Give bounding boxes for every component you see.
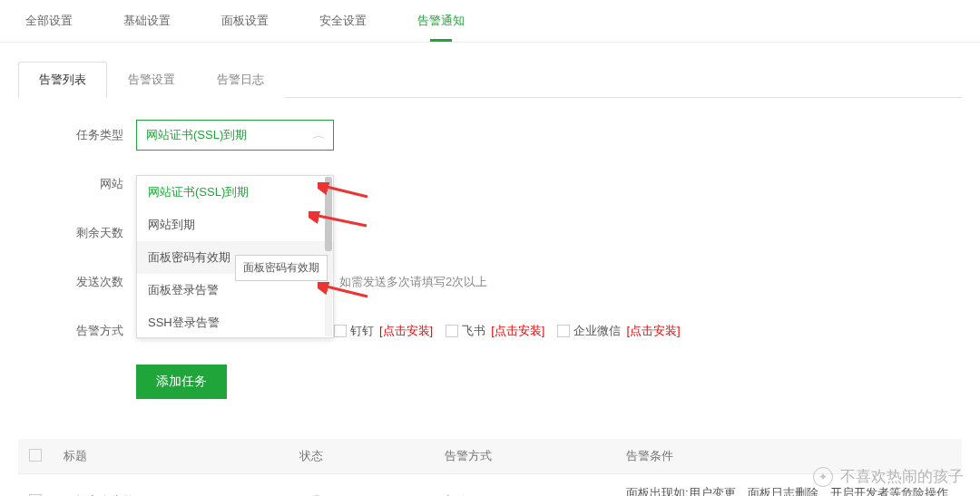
watermark-text: 不喜欢热闹的孩子: [840, 466, 964, 487]
label-site: 网站: [73, 176, 136, 192]
nav-alert-notify[interactable]: 告警通知: [392, 0, 490, 42]
label-days-left: 剩余天数: [73, 225, 136, 241]
label-wecom: 企业微信: [573, 323, 621, 339]
watermark: ✦ 不喜欢热闹的孩子: [813, 466, 964, 487]
th-title: 标题: [53, 439, 289, 474]
th-method: 告警方式: [434, 439, 615, 474]
task-type-value: 网站证书(SSL)到期: [146, 127, 247, 143]
sub-tabs: 告警列表 告警设置 告警日志: [18, 61, 962, 98]
install-feishu-link[interactable]: [点击安装]: [491, 323, 544, 339]
scrollbar-thumb[interactable]: [325, 177, 332, 251]
cell-title: 面板安全告警: [53, 474, 289, 497]
install-wecom-link[interactable]: [点击安装]: [626, 323, 680, 339]
nav-security-settings[interactable]: 安全设置: [294, 0, 392, 42]
task-type-select[interactable]: 网站证书(SSL)到期 ︿: [136, 120, 334, 151]
nav-basic-settings[interactable]: 基础设置: [98, 0, 196, 42]
nav-panel-settings[interactable]: 面板设置: [196, 0, 294, 42]
send-count-hint: 如需发送多次请填写2次以上: [339, 274, 487, 290]
tab-alert-settings[interactable]: 告警设置: [107, 62, 196, 98]
checkbox-dingtalk[interactable]: [334, 325, 347, 337]
dd-item-ssh-login[interactable]: SSH登录告警: [137, 306, 333, 337]
label-task-type: 任务类型: [73, 127, 136, 143]
label-alert-method: 告警方式: [73, 323, 136, 339]
label-send-count: 发送次数: [73, 274, 136, 290]
add-task-button[interactable]: 添加任务: [136, 365, 227, 399]
checkbox-wecom[interactable]: [557, 325, 570, 337]
chevron-up-icon: ︿: [312, 129, 326, 142]
task-type-dropdown[interactable]: 网站证书(SSL)到期 网站到期 面板密码有效期 面板登录告警 SSH登录告警 …: [136, 175, 334, 338]
cell-method: 邮箱: [434, 474, 615, 497]
nav-all-settings[interactable]: 全部设置: [0, 0, 98, 42]
th-status: 状态: [289, 439, 434, 474]
wechat-icon: ✦: [813, 467, 833, 487]
checkbox-feishu[interactable]: [446, 325, 458, 337]
tab-alert-log[interactable]: 告警日志: [196, 62, 285, 98]
dd-item-ssl-expire[interactable]: 网站证书(SSL)到期: [137, 176, 333, 209]
checkbox-all[interactable]: [29, 449, 42, 462]
dd-item-site-expire[interactable]: 网站到期: [137, 209, 333, 241]
label-dingtalk: 钉钉: [350, 323, 374, 339]
label-feishu: 飞书: [462, 323, 485, 339]
top-nav: 全部设置 基础设置 面板设置 安全设置 告警通知: [0, 0, 980, 43]
dd-tooltip: 面板密码有效期: [235, 255, 328, 281]
alert-form: 任务类型 网站证书(SSL)到期 ︿ 网站 网站证书(SSL)到期 网站到期 面…: [18, 98, 962, 433]
install-dingtalk-link[interactable]: [点击安装]: [379, 323, 433, 339]
tab-alert-list[interactable]: 告警列表: [18, 62, 107, 98]
cell-status[interactable]: 正常 ▶: [289, 474, 434, 497]
